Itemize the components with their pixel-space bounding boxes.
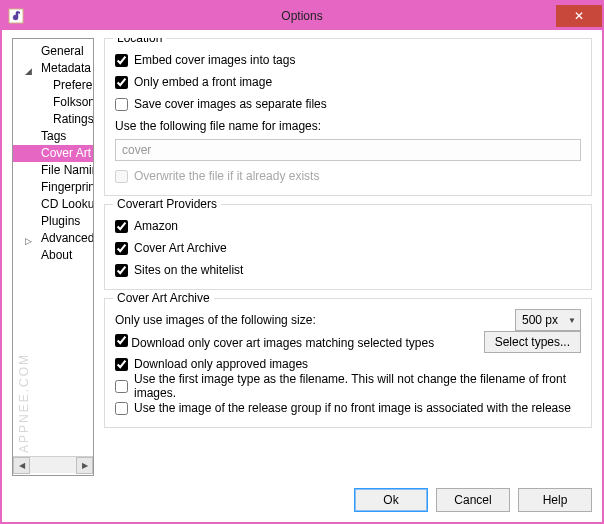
main-panel: Location Embed cover images into tags On… xyxy=(104,38,592,476)
nav-item-label: Cover Art xyxy=(41,146,91,160)
archive-legend: Cover Art Archive xyxy=(113,291,214,305)
scroll-track[interactable] xyxy=(30,457,76,473)
expander-icon[interactable]: ▷ xyxy=(25,233,34,242)
expander-icon[interactable]: ◢ xyxy=(25,63,34,72)
archive-group: Cover Art Archive Only use images of the… xyxy=(104,298,592,428)
nav-item-label: Tags xyxy=(41,129,66,143)
close-icon: ✕ xyxy=(574,9,584,23)
first-type-text: Use the first image type as the filename… xyxy=(134,372,581,400)
nav-item-label: Plugins xyxy=(41,214,80,228)
nav-item[interactable]: Ratings xyxy=(13,111,93,128)
whitelist-text: Sites on the whitelist xyxy=(134,263,243,277)
nav-item-label: Advanced xyxy=(41,231,93,245)
only-front-checkbox-label[interactable]: Only embed a front image xyxy=(115,75,272,89)
providers-group: Coverart Providers Amazon Cover Art Arch… xyxy=(104,204,592,290)
filename-input[interactable] xyxy=(115,139,581,161)
scroll-left-button[interactable]: ◀ xyxy=(13,457,30,474)
caa-checkbox-label[interactable]: Cover Art Archive xyxy=(115,241,227,255)
embed-text: Embed cover images into tags xyxy=(134,53,295,67)
cancel-button[interactable]: Cancel xyxy=(436,488,510,512)
overwrite-checkbox xyxy=(115,170,128,183)
only-front-text: Only embed a front image xyxy=(134,75,272,89)
nav-item-label: File Naming xyxy=(41,163,93,177)
nav-item[interactable]: Fingerprinting xyxy=(13,179,93,196)
only-front-checkbox[interactable] xyxy=(115,76,128,89)
size-value: 500 px xyxy=(522,313,558,327)
filename-label: Use the following file name for images: xyxy=(115,119,321,133)
select-types-button[interactable]: Select types... xyxy=(484,331,581,353)
release-group-checkbox[interactable] xyxy=(115,402,128,415)
embed-checkbox-label[interactable]: Embed cover images into tags xyxy=(115,53,295,67)
nav-item[interactable]: ◢Metadata xyxy=(13,60,93,77)
overwrite-checkbox-label: Overwrite the file if it already exists xyxy=(115,169,319,183)
app-icon xyxy=(8,8,24,24)
match-types-checkbox[interactable] xyxy=(115,334,128,347)
nav-item-label: About xyxy=(41,248,72,262)
release-group-text: Use the image of the release group if no… xyxy=(134,401,571,415)
release-group-checkbox-label[interactable]: Use the image of the release group if no… xyxy=(115,401,571,415)
titlebar: Options ✕ xyxy=(2,2,602,30)
nav-item[interactable]: Plugins xyxy=(13,213,93,230)
amazon-checkbox[interactable] xyxy=(115,220,128,233)
nav-item-label: Folksonomy xyxy=(53,95,93,109)
save-sep-checkbox[interactable] xyxy=(115,98,128,111)
location-group: Location Embed cover images into tags On… xyxy=(104,38,592,196)
match-types-checkbox-label[interactable]: Download only cover art images matching … xyxy=(115,334,434,350)
providers-legend: Coverart Providers xyxy=(113,197,221,211)
size-label: Only use images of the following size: xyxy=(115,313,316,327)
nav-item[interactable]: Preferences xyxy=(13,77,93,94)
nav-item-label: General xyxy=(41,44,84,58)
caa-text: Cover Art Archive xyxy=(134,241,227,255)
scroll-right-button[interactable]: ▶ xyxy=(76,457,93,474)
first-type-checkbox[interactable] xyxy=(115,380,128,393)
nav-item[interactable]: Tags xyxy=(13,128,93,145)
content-area: General◢MetadataPreferencesFolksonomyRat… xyxy=(2,30,602,482)
nav-item-label: Metadata xyxy=(41,61,91,75)
size-select[interactable]: 500 px ▼ xyxy=(515,309,581,331)
approved-checkbox[interactable] xyxy=(115,358,128,371)
window-title: Options xyxy=(2,9,602,23)
caa-checkbox[interactable] xyxy=(115,242,128,255)
save-sep-checkbox-label[interactable]: Save cover images as separate files xyxy=(115,97,327,111)
nav-item[interactable]: Folksonomy xyxy=(13,94,93,111)
chevron-down-icon: ▼ xyxy=(568,316,576,325)
ok-button[interactable]: Ok xyxy=(354,488,428,512)
whitelist-checkbox-label[interactable]: Sites on the whitelist xyxy=(115,263,243,277)
approved-checkbox-label[interactable]: Download only approved images xyxy=(115,357,308,371)
nav-item-label: Preferences xyxy=(53,78,93,92)
overwrite-text: Overwrite the file if it already exists xyxy=(134,169,319,183)
embed-checkbox[interactable] xyxy=(115,54,128,67)
nav-item[interactable]: About xyxy=(13,247,93,264)
dialog-footer: Ok Cancel Help xyxy=(2,482,602,522)
save-sep-text: Save cover images as separate files xyxy=(134,97,327,111)
match-types-text: Download only cover art images matching … xyxy=(131,336,434,350)
whitelist-checkbox[interactable] xyxy=(115,264,128,277)
nav-item-label: Fingerprinting xyxy=(41,180,93,194)
nav-sidebar: General◢MetadataPreferencesFolksonomyRat… xyxy=(12,38,94,476)
nav-item[interactable]: CD Lookup xyxy=(13,196,93,213)
nav-item[interactable]: File Naming xyxy=(13,162,93,179)
nav-item-label: Ratings xyxy=(53,112,93,126)
nav-item[interactable]: Cover Art xyxy=(13,145,93,162)
approved-text: Download only approved images xyxy=(134,357,308,371)
location-legend: Location xyxy=(113,38,166,45)
nav-tree[interactable]: General◢MetadataPreferencesFolksonomyRat… xyxy=(13,41,93,456)
options-window: Options ✕ General◢MetadataPreferencesFol… xyxy=(0,0,604,524)
amazon-text: Amazon xyxy=(134,219,178,233)
sidebar-hscrollbar[interactable]: ◀ ▶ xyxy=(13,456,93,473)
first-type-checkbox-label[interactable]: Use the first image type as the filename… xyxy=(115,372,581,400)
nav-item[interactable]: General xyxy=(13,43,93,60)
amazon-checkbox-label[interactable]: Amazon xyxy=(115,219,178,233)
nav-item-label: CD Lookup xyxy=(41,197,93,211)
nav-item[interactable]: ▷Advanced xyxy=(13,230,93,247)
close-button[interactable]: ✕ xyxy=(556,5,602,27)
help-button[interactable]: Help xyxy=(518,488,592,512)
